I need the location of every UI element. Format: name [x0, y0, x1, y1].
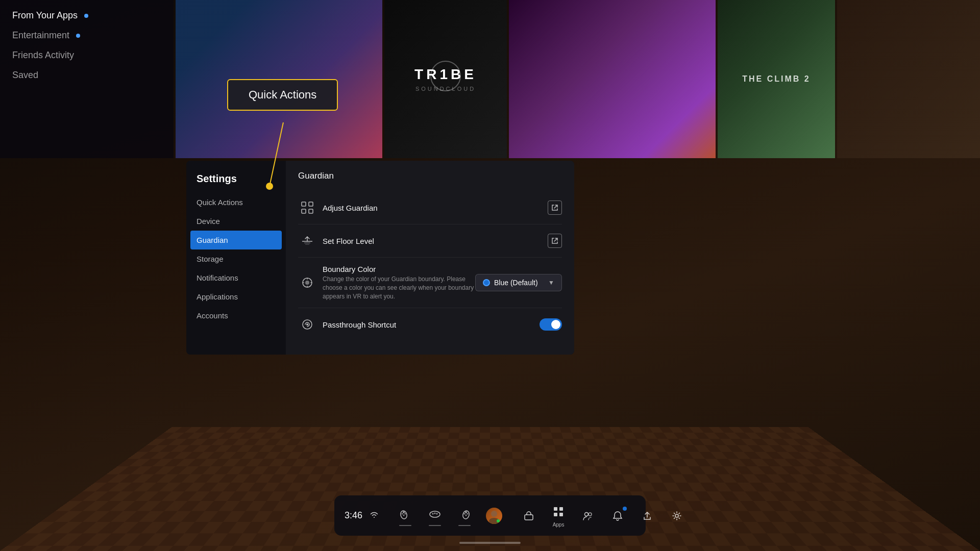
epic-gradient — [509, 0, 716, 158]
share-button[interactable] — [635, 506, 659, 526]
vr-right-icon — [456, 506, 473, 522]
svg-point-23 — [430, 511, 440, 517]
quick-actions-box: Quick Actions — [227, 79, 338, 111]
passthrough-toggle[interactable] — [540, 318, 562, 331]
adjust-guardian-text: Adjust Guardian — [323, 204, 548, 212]
taskbar-status-icons — [370, 511, 379, 520]
set-floor-level-row: Set Floor Level — [298, 224, 562, 258]
sidebar-item-from-your-apps[interactable]: From Your Apps — [12, 10, 161, 21]
settings-nav-device[interactable]: Device — [186, 212, 286, 231]
store-icon — [521, 508, 537, 524]
svg-point-30 — [467, 513, 469, 514]
svg-point-19 — [403, 511, 405, 513]
svg-point-29 — [464, 513, 465, 514]
adjust-guardian-external-link[interactable] — [548, 201, 562, 215]
passthrough-label: Passthrough Shortcut — [323, 320, 540, 329]
sidebar-item-saved[interactable]: Saved — [12, 70, 161, 81]
svg-point-32 — [491, 511, 497, 517]
boundary-color-dropdown[interactable]: Blue (Default) ▼ — [475, 274, 562, 291]
svg-rect-3 — [309, 202, 313, 206]
svg-rect-35 — [525, 515, 533, 520]
epic-panel — [509, 0, 716, 158]
svg-rect-38 — [554, 513, 557, 516]
apps-button[interactable]: Apps — [546, 502, 571, 530]
svg-point-24 — [432, 513, 434, 514]
svg-point-41 — [589, 513, 592, 516]
svg-point-17 — [306, 323, 308, 325]
settings-panel: Settings Quick Actions Device Guardian S… — [186, 161, 574, 355]
vr-button-left[interactable] — [393, 504, 418, 528]
sidebar-item-entertainment[interactable]: Entertainment — [12, 30, 161, 41]
entertainment-dot — [76, 34, 80, 38]
settings-nav: Settings Quick Actions Device Guardian S… — [186, 161, 286, 355]
tribe-panel: TR1BE SOUNDCLOUD — [384, 0, 507, 158]
notifications-button[interactable] — [605, 506, 630, 526]
svg-point-25 — [434, 512, 436, 514]
svg-point-11 — [305, 281, 309, 285]
guardian-section-title: Guardian — [298, 171, 562, 181]
from-your-apps-dot — [84, 14, 88, 18]
svg-point-20 — [402, 513, 403, 514]
adjust-guardian-row: Adjust Guardian — [298, 191, 562, 224]
svg-point-22 — [403, 514, 405, 516]
scroll-indicator — [459, 542, 521, 544]
settings-content: Guardian Adjust Guardian — [286, 161, 574, 355]
svg-point-40 — [585, 512, 589, 516]
climb-title: THE CLIMB 2 — [742, 74, 810, 84]
wifi-icon — [370, 511, 379, 520]
settings-nav-storage[interactable]: Storage — [186, 249, 286, 268]
apps-label: Apps — [553, 522, 565, 528]
svg-point-31 — [465, 514, 467, 516]
vr-left-icon — [397, 506, 413, 522]
vr-right-dots — [458, 525, 471, 526]
vr-button-middle[interactable] — [423, 504, 447, 528]
people-icon — [580, 508, 596, 524]
store-button[interactable] — [517, 506, 541, 526]
vr-middle-dots — [429, 525, 441, 526]
boundary-color-dot — [483, 279, 490, 286]
svg-point-42 — [675, 514, 678, 517]
settings-nav-notifications[interactable]: Notifications — [186, 268, 286, 287]
svg-point-21 — [405, 513, 406, 514]
boundary-color-text: Boundary Color Change the color of your … — [323, 265, 475, 300]
gear-icon — [669, 508, 685, 524]
tribe-circle — [430, 61, 461, 91]
set-floor-label: Set Floor Level — [323, 237, 548, 245]
set-floor-icon — [298, 232, 316, 250]
svg-point-28 — [465, 511, 467, 513]
quick-actions-title: Quick Actions — [249, 88, 316, 101]
adjust-guardian-icon — [298, 198, 316, 217]
left-sidebar: From Your Apps Entertainment Friends Act… — [0, 0, 174, 158]
svg-rect-36 — [554, 507, 557, 511]
svg-rect-5 — [309, 209, 313, 213]
svg-rect-37 — [559, 507, 563, 511]
vr-button-right[interactable] — [452, 504, 477, 528]
climb-panel: THE CLIMB 2 — [718, 0, 835, 158]
set-floor-text: Set Floor Level — [323, 237, 548, 245]
vr-left-dots — [399, 525, 411, 526]
set-floor-external-link[interactable] — [548, 234, 562, 248]
notification-dot — [623, 507, 627, 511]
settings-button[interactable] — [665, 506, 689, 526]
settings-nav-quick-actions[interactable]: Quick Actions — [186, 193, 286, 212]
boundary-color-icon — [298, 273, 316, 292]
settings-nav-applications[interactable]: Applications — [186, 287, 286, 306]
svg-point-26 — [436, 513, 438, 514]
svg-rect-39 — [559, 513, 563, 516]
apps-grid-icon — [550, 504, 567, 520]
sidebar-item-friends-activity[interactable]: Friends Activity — [12, 50, 161, 61]
app-panels: From Your Apps Entertainment Friends Act… — [0, 0, 980, 158]
people-button[interactable] — [576, 506, 600, 526]
avatar-button[interactable] — [482, 506, 506, 526]
right-bg-panel — [837, 0, 980, 158]
toggle-thumb — [551, 320, 560, 329]
settings-nav-accounts[interactable]: Accounts — [186, 306, 286, 325]
bell-icon — [609, 508, 626, 524]
svg-rect-2 — [302, 202, 306, 206]
svg-point-34 — [497, 519, 500, 522]
settings-nav-guardian[interactable]: Guardian — [190, 231, 282, 249]
svg-rect-4 — [302, 209, 306, 213]
chevron-down-icon: ▼ — [548, 279, 554, 286]
boundary-color-label: Boundary Color — [323, 265, 475, 273]
taskbar: 3:46 — [334, 495, 646, 536]
